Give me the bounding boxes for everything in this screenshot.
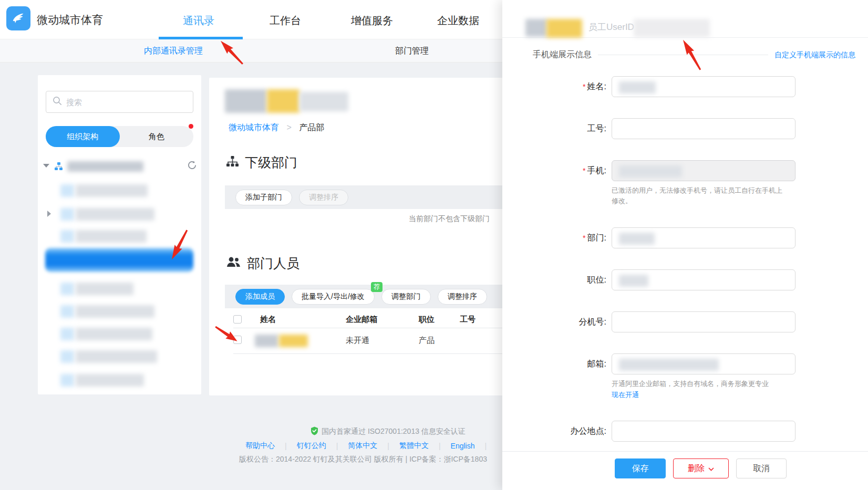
member-name-redacted [255,335,308,349]
breadcrumb-root-link[interactable]: 微动城市体育 [229,123,279,132]
redacted-dept-icon [60,305,74,318]
drawer-actions: 保存 删除 取消 [615,458,787,478]
form-row-email: 邮箱:开通阿里企业邮箱，支持自有域名，商务形象更专业现在开通 [502,353,868,400]
subnav-item-0[interactable]: 内部通讯录管理 [144,46,203,57]
tree-item[interactable] [38,326,201,342]
employee-detail-drawer: 员工UserID 手机端展示信息 自定义手机端展示的信息 *姓名:工号:*手机:… [502,0,868,490]
nav-tab-0[interactable]: 通讯录 [183,14,214,28]
redacted-dept-icon [60,328,74,340]
save-button[interactable]: 保存 [615,458,666,478]
office-location-field[interactable] [612,421,795,442]
email-field[interactable] [612,353,795,374]
required-asterisk: * [583,234,585,242]
form-row-job-number: 工号: [502,118,868,139]
redacted-dept-icon [60,283,74,295]
toolbar-button-0[interactable]: 添加成员 [235,289,285,305]
footer-link-separator: | [387,442,389,450]
redacted-field-value [619,81,656,93]
sub-departments-heading: 下级部门 [226,154,297,171]
chevron-down-icon [708,464,714,473]
job-number-field[interactable] [612,118,795,139]
form-row-office-location: 办公地点: [502,421,868,442]
redacted-dept-name [76,184,148,197]
column-header-1: 企业邮箱 [346,315,377,325]
redacted-userid-value [634,19,710,37]
delete-button[interactable]: 删除 [673,458,729,478]
form-row-name: *姓名: [502,76,868,97]
breadcrumb: 微动城市体育 > 产品部 [229,122,324,133]
members-heading: 部门人员 [226,255,299,272]
tree-item[interactable] [38,372,201,388]
row-checkbox[interactable] [233,336,242,344]
footer-link-2[interactable]: 简体中文 [348,441,377,451]
employee-form: *姓名:工号:*手机:已激活的用户，无法修改手机号，请让员工自行在手机上修改。*… [502,76,868,442]
tree-item[interactable] [38,349,201,364]
extension-field[interactable] [612,311,795,332]
select-all-checkbox[interactable] [233,315,242,324]
footer-links: 帮助中心|钉钉公约|简体中文|繁體中文|English| [245,441,497,451]
footer-link-1[interactable]: 钉钉公约 [297,441,326,451]
form-row-mobile: *手机:已激活的用户，无法修改手机号，请让员工自行在手机上修改。 [502,160,868,206]
redacted-dept-icon [60,208,74,221]
name-field[interactable] [612,76,795,97]
mobile-display-section: 手机端展示信息 自定义手机端展示的信息 [533,49,855,60]
caret-right-icon[interactable] [47,211,51,217]
footer-link-4[interactable]: English [451,442,475,450]
recommended-badge: 荐 [371,282,383,292]
nav-tab-3[interactable]: 企业数据 [437,14,479,28]
caret-down-icon[interactable] [43,164,49,168]
redacted-field-value [619,233,655,245]
nav-tab-1[interactable]: 工作台 [270,14,301,28]
toolbar-button-1[interactable]: 批量导入/导出/修改荐 [292,289,375,305]
redacted-selected-department [45,248,193,272]
redacted-title-block [225,89,267,113]
tree-item-selected[interactable] [38,248,201,275]
column-header-0: 姓名 [260,315,276,325]
customize-mobile-info-link[interactable]: 自定义手机端展示的信息 [774,50,855,60]
field-label: *姓名: [502,76,612,97]
tree-item[interactable] [38,206,201,222]
tree-item[interactable] [38,304,201,319]
footer-link-3[interactable]: 繁體中文 [399,441,429,451]
subnav-item-1[interactable]: 部门管理 [395,46,429,57]
redacted-dept-icon [60,374,74,387]
form-row-extension: 分机号: [502,311,868,332]
redacted-dept-name [76,283,133,295]
nav-tab-2[interactable]: 增值服务 [351,14,393,28]
redacted-org-name [67,161,143,172]
member-position: 产品 [419,336,435,346]
toolbar-button-3[interactable]: 调整排序 [438,289,487,305]
redacted-field-value [619,359,719,371]
field-label: 办公地点: [502,421,612,442]
redacted-dept-icon [60,184,74,197]
tree-root-item[interactable] [38,159,201,175]
field-helper-text: 开通阿里企业邮箱，支持自有域名，商务形象更专业 [612,379,785,389]
security-cert-line: 国内首家通过 ISO27001:2013 信息安全认证 [311,426,466,437]
tree-item[interactable] [38,228,201,244]
active-tab-underline [159,37,243,39]
toolbar-button-0[interactable]: 添加子部门 [235,190,292,205]
footer-link-0[interactable]: 帮助中心 [245,441,275,451]
field-label: 邮箱: [502,353,612,400]
redacted-dept-name [76,230,147,243]
department-field[interactable] [612,227,795,248]
cancel-button[interactable]: 取消 [736,458,787,478]
org-tree [38,75,201,394]
redacted-dept-icon [60,230,74,243]
refresh-icon[interactable] [187,160,197,172]
tree-item[interactable] [38,183,201,199]
redacted-employee-name [525,19,547,37]
redacted-title-highlight [267,89,299,113]
company-name: 微动城市体育 [37,13,103,27]
activate-email-link[interactable]: 现在开通 [612,390,797,400]
required-asterisk: * [583,166,585,175]
footer-link-separator: | [484,442,487,450]
field-label: 职位: [502,269,612,290]
position-field[interactable] [612,269,795,290]
redacted-field-value [619,165,682,178]
form-row-position: 职位: [502,269,868,290]
toolbar-button-1: 调整排序 [299,190,348,205]
toolbar-button-2[interactable]: 调整部门 [381,289,431,305]
tree-item[interactable] [38,281,201,297]
section-title: 手机端展示信息 [533,49,592,60]
